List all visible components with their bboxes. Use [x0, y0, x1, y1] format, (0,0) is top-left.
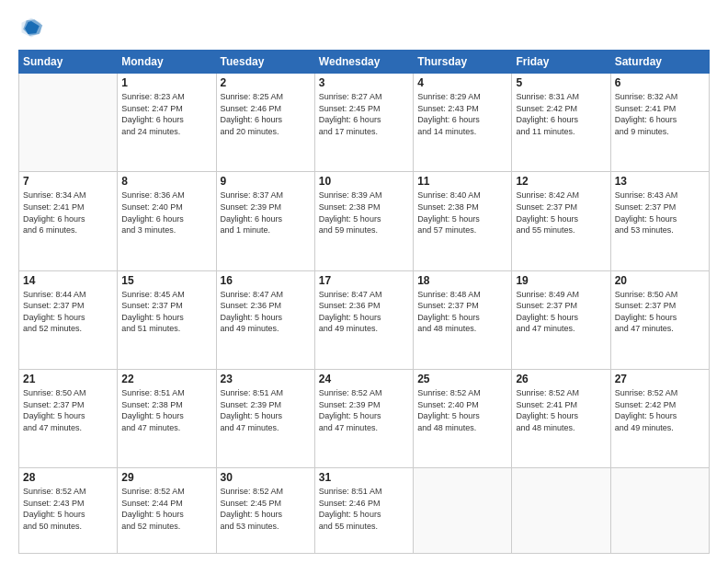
calendar-week-row: 28Sunrise: 8:52 AM Sunset: 2:43 PM Dayli…	[19, 468, 710, 554]
calendar-cell: 17Sunrise: 8:47 AM Sunset: 2:36 PM Dayli…	[314, 270, 413, 369]
calendar-header-saturday: Saturday	[610, 51, 709, 74]
calendar-week-row: 14Sunrise: 8:44 AM Sunset: 2:37 PM Dayli…	[19, 270, 710, 369]
day-number: 19	[516, 274, 606, 287]
calendar-cell: 15Sunrise: 8:45 AM Sunset: 2:37 PM Dayli…	[118, 270, 216, 369]
calendar-cell	[19, 74, 118, 172]
calendar-cell: 11Sunrise: 8:40 AM Sunset: 2:38 PM Dayli…	[414, 172, 512, 270]
day-number: 15	[121, 274, 211, 287]
calendar-cell: 29Sunrise: 8:52 AM Sunset: 2:44 PM Dayli…	[118, 468, 216, 554]
day-number: 25	[417, 373, 507, 385]
cell-content: Sunrise: 8:45 AM Sunset: 2:37 PM Dayligh…	[121, 289, 211, 335]
calendar: SundayMondayTuesdayWednesdayThursdayFrid…	[18, 50, 710, 554]
day-number: 16	[221, 274, 311, 287]
day-number: 3	[319, 76, 409, 89]
calendar-cell: 18Sunrise: 8:48 AM Sunset: 2:37 PM Dayli…	[414, 270, 512, 369]
day-number: 27	[615, 373, 705, 385]
calendar-header-monday: Monday	[118, 51, 216, 74]
cell-content: Sunrise: 8:52 AM Sunset: 2:45 PM Dayligh…	[221, 486, 311, 532]
cell-content: Sunrise: 8:52 AM Sunset: 2:39 PM Dayligh…	[319, 387, 409, 433]
calendar-week-row: 1Sunrise: 8:23 AM Sunset: 2:47 PM Daylig…	[19, 74, 710, 172]
cell-content: Sunrise: 8:32 AM Sunset: 2:41 PM Dayligh…	[615, 91, 705, 137]
day-number: 6	[615, 76, 705, 89]
day-number: 5	[516, 76, 606, 89]
day-number: 23	[221, 373, 311, 385]
day-number: 20	[615, 274, 705, 287]
calendar-cell: 7Sunrise: 8:34 AM Sunset: 2:41 PM Daylig…	[19, 172, 118, 270]
calendar-cell: 3Sunrise: 8:27 AM Sunset: 2:45 PM Daylig…	[314, 74, 413, 172]
cell-content: Sunrise: 8:43 AM Sunset: 2:37 PM Dayligh…	[615, 190, 705, 236]
cell-content: Sunrise: 8:51 AM Sunset: 2:39 PM Dayligh…	[221, 387, 311, 433]
calendar-cell: 4Sunrise: 8:29 AM Sunset: 2:43 PM Daylig…	[414, 74, 512, 172]
calendar-cell: 8Sunrise: 8:36 AM Sunset: 2:40 PM Daylig…	[118, 172, 216, 270]
cell-content: Sunrise: 8:37 AM Sunset: 2:39 PM Dayligh…	[221, 190, 311, 236]
calendar-header-thursday: Thursday	[414, 51, 512, 74]
calendar-cell: 20Sunrise: 8:50 AM Sunset: 2:37 PM Dayli…	[610, 270, 709, 369]
day-number: 12	[516, 175, 606, 188]
cell-content: Sunrise: 8:42 AM Sunset: 2:37 PM Dayligh…	[516, 190, 606, 236]
calendar-cell: 30Sunrise: 8:52 AM Sunset: 2:45 PM Dayli…	[216, 468, 314, 554]
calendar-cell: 12Sunrise: 8:42 AM Sunset: 2:37 PM Dayli…	[512, 172, 610, 270]
calendar-cell: 24Sunrise: 8:52 AM Sunset: 2:39 PM Dayli…	[314, 369, 413, 467]
calendar-cell: 26Sunrise: 8:52 AM Sunset: 2:41 PM Dayli…	[512, 369, 610, 467]
calendar-header-row: SundayMondayTuesdayWednesdayThursdayFrid…	[19, 51, 710, 74]
day-number: 2	[221, 76, 311, 89]
day-number: 26	[516, 373, 606, 385]
calendar-cell: 13Sunrise: 8:43 AM Sunset: 2:37 PM Dayli…	[610, 172, 709, 270]
logo-icon	[18, 15, 44, 40]
calendar-cell: 28Sunrise: 8:52 AM Sunset: 2:43 PM Dayli…	[19, 468, 118, 554]
calendar-cell	[414, 468, 512, 554]
day-number: 17	[319, 274, 409, 287]
day-number: 9	[221, 175, 311, 188]
calendar-cell: 22Sunrise: 8:51 AM Sunset: 2:38 PM Dayli…	[118, 369, 216, 467]
calendar-cell: 2Sunrise: 8:25 AM Sunset: 2:46 PM Daylig…	[216, 74, 314, 172]
day-number: 1	[121, 76, 211, 89]
page: SundayMondayTuesdayWednesdayThursdayFrid…	[0, 0, 728, 563]
day-number: 28	[23, 471, 113, 484]
day-number: 11	[417, 175, 507, 188]
cell-content: Sunrise: 8:52 AM Sunset: 2:40 PM Dayligh…	[417, 387, 507, 433]
calendar-week-row: 7Sunrise: 8:34 AM Sunset: 2:41 PM Daylig…	[19, 172, 710, 270]
calendar-cell: 1Sunrise: 8:23 AM Sunset: 2:47 PM Daylig…	[118, 74, 216, 172]
cell-content: Sunrise: 8:52 AM Sunset: 2:43 PM Dayligh…	[23, 486, 113, 532]
cell-content: Sunrise: 8:39 AM Sunset: 2:38 PM Dayligh…	[319, 190, 409, 236]
cell-content: Sunrise: 8:47 AM Sunset: 2:36 PM Dayligh…	[319, 289, 409, 335]
day-number: 13	[615, 175, 705, 188]
day-number: 22	[121, 373, 211, 385]
cell-content: Sunrise: 8:23 AM Sunset: 2:47 PM Dayligh…	[121, 91, 211, 137]
day-number: 18	[417, 274, 507, 287]
calendar-cell: 31Sunrise: 8:51 AM Sunset: 2:46 PM Dayli…	[314, 468, 413, 554]
calendar-cell: 10Sunrise: 8:39 AM Sunset: 2:38 PM Dayli…	[314, 172, 413, 270]
day-number: 30	[221, 471, 311, 484]
day-number: 8	[121, 175, 211, 188]
cell-content: Sunrise: 8:52 AM Sunset: 2:44 PM Dayligh…	[121, 486, 211, 532]
calendar-header-tuesday: Tuesday	[216, 51, 314, 74]
cell-content: Sunrise: 8:52 AM Sunset: 2:42 PM Dayligh…	[615, 387, 705, 433]
cell-content: Sunrise: 8:50 AM Sunset: 2:37 PM Dayligh…	[615, 289, 705, 335]
cell-content: Sunrise: 8:27 AM Sunset: 2:45 PM Dayligh…	[319, 91, 409, 137]
calendar-cell: 9Sunrise: 8:37 AM Sunset: 2:39 PM Daylig…	[216, 172, 314, 270]
cell-content: Sunrise: 8:51 AM Sunset: 2:46 PM Dayligh…	[319, 486, 409, 532]
calendar-header-wednesday: Wednesday	[314, 51, 413, 74]
day-number: 4	[417, 76, 507, 89]
calendar-cell: 14Sunrise: 8:44 AM Sunset: 2:37 PM Dayli…	[19, 270, 118, 369]
cell-content: Sunrise: 8:36 AM Sunset: 2:40 PM Dayligh…	[121, 190, 211, 236]
cell-content: Sunrise: 8:29 AM Sunset: 2:43 PM Dayligh…	[417, 91, 507, 137]
calendar-header-sunday: Sunday	[19, 51, 118, 74]
calendar-cell: 19Sunrise: 8:49 AM Sunset: 2:37 PM Dayli…	[512, 270, 610, 369]
calendar-cell: 27Sunrise: 8:52 AM Sunset: 2:42 PM Dayli…	[610, 369, 709, 467]
cell-content: Sunrise: 8:47 AM Sunset: 2:36 PM Dayligh…	[221, 289, 311, 335]
calendar-cell: 16Sunrise: 8:47 AM Sunset: 2:36 PM Dayli…	[216, 270, 314, 369]
calendar-cell: 23Sunrise: 8:51 AM Sunset: 2:39 PM Dayli…	[216, 369, 314, 467]
calendar-header-friday: Friday	[512, 51, 610, 74]
logo	[18, 15, 48, 40]
cell-content: Sunrise: 8:48 AM Sunset: 2:37 PM Dayligh…	[417, 289, 507, 335]
calendar-cell: 5Sunrise: 8:31 AM Sunset: 2:42 PM Daylig…	[512, 74, 610, 172]
calendar-cell	[610, 468, 709, 554]
cell-content: Sunrise: 8:31 AM Sunset: 2:42 PM Dayligh…	[516, 91, 606, 137]
day-number: 10	[319, 175, 409, 188]
cell-content: Sunrise: 8:50 AM Sunset: 2:37 PM Dayligh…	[23, 387, 113, 433]
day-number: 14	[23, 274, 113, 287]
day-number: 21	[23, 373, 113, 385]
cell-content: Sunrise: 8:34 AM Sunset: 2:41 PM Dayligh…	[23, 190, 113, 236]
cell-content: Sunrise: 8:44 AM Sunset: 2:37 PM Dayligh…	[23, 289, 113, 335]
